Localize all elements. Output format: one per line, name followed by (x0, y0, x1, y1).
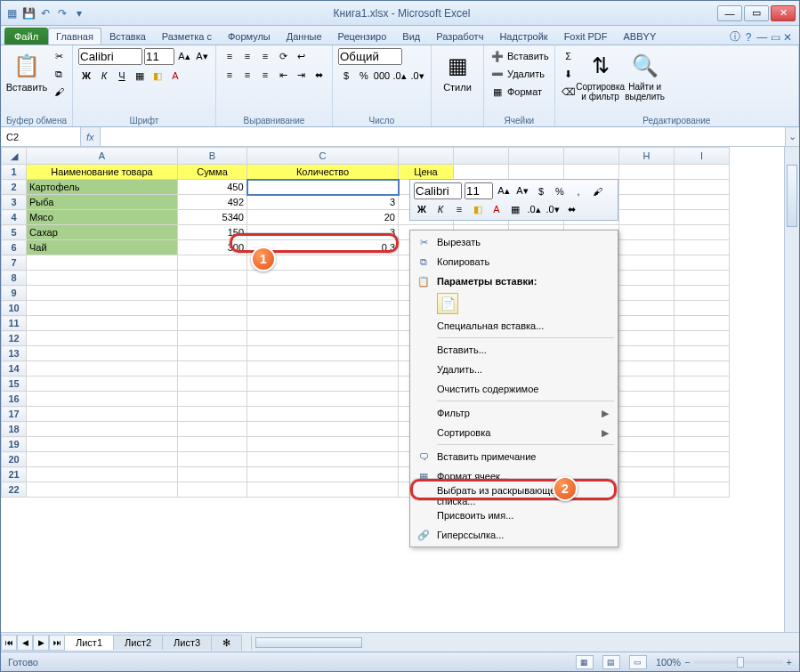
format-painter-icon[interactable]: 🖌 (51, 84, 67, 100)
cell-a4[interactable]: Мясо (27, 210, 178, 225)
increase-indent-icon[interactable]: ⇥ (293, 67, 309, 83)
name-box[interactable]: C2 (1, 127, 81, 146)
align-top-icon[interactable]: ≡ (222, 48, 238, 64)
ctx-paste-special[interactable]: Специальная вставка... (412, 316, 616, 336)
percent-icon[interactable]: % (356, 68, 372, 84)
zoom-level[interactable]: 100% (656, 657, 681, 668)
mini-fill-icon[interactable]: ◧ (470, 201, 486, 217)
zoom-slider[interactable] (694, 660, 783, 664)
view-page-icon[interactable]: ▤ (602, 655, 620, 669)
mini-inc-decimal-icon[interactable]: .0▴ (526, 201, 542, 217)
col-header-f[interactable] (509, 148, 564, 165)
view-break-icon[interactable]: ▭ (629, 655, 647, 669)
col-header-e[interactable] (454, 148, 509, 165)
formula-input[interactable] (100, 127, 785, 146)
font-size-select[interactable] (144, 48, 174, 65)
increase-font-icon[interactable]: A▴ (176, 49, 192, 65)
fill-icon[interactable]: ⬇ (561, 66, 577, 82)
ctx-format-cells[interactable]: ▦Формат ячеек... (412, 466, 616, 486)
cell-d1[interactable]: Цена (399, 165, 454, 180)
mini-percent-icon[interactable]: % (552, 183, 568, 199)
align-middle-icon[interactable]: ≡ (239, 48, 255, 64)
underline-icon[interactable]: Ч (114, 68, 130, 84)
copy-icon[interactable]: ⧉ (51, 66, 67, 82)
tab-file[interactable]: Файл (4, 28, 48, 45)
row-header-5[interactable]: 5 (2, 225, 27, 240)
row-header-2[interactable]: 2 (2, 180, 27, 195)
tab-addins[interactable]: Надстройк (491, 28, 555, 45)
tab-developer[interactable]: Разработч (428, 28, 491, 45)
ctx-clear[interactable]: Очистить содержимое (412, 379, 616, 399)
formula-expand-icon[interactable]: ⌄ (785, 127, 799, 146)
merge-icon[interactable]: ⬌ (311, 67, 327, 83)
cell-c5[interactable]: 3 (247, 225, 399, 240)
col-header-d[interactable] (399, 148, 454, 165)
comma-icon[interactable]: 000 (374, 68, 390, 84)
save-icon[interactable]: 💾 (21, 6, 36, 20)
cell-b1[interactable]: Сумма (178, 165, 247, 180)
tab-formulas[interactable]: Формулы (220, 28, 279, 45)
mini-format-painter-icon[interactable]: 🖌 (589, 183, 605, 199)
doc-window-buttons[interactable]: — ▭ ✕ (756, 31, 792, 44)
view-normal-icon[interactable]: ▦ (576, 655, 594, 669)
cell-b3[interactable]: 492 (178, 195, 247, 210)
cell-a5[interactable]: Сахар (27, 225, 178, 240)
tab-abbyy[interactable]: ABBYY (616, 28, 665, 45)
orientation-icon[interactable]: ⟳ (275, 48, 291, 64)
tab-view[interactable]: Вид (394, 28, 428, 45)
row-header-1[interactable]: 1 (2, 165, 27, 180)
sheet-nav-next-icon[interactable]: ▶ (33, 635, 49, 651)
cell-c3[interactable]: 3 (247, 195, 399, 210)
tab-data[interactable]: Данные (279, 28, 330, 45)
autosum-icon[interactable]: Σ (561, 48, 577, 64)
zoom-out-icon[interactable]: − (684, 657, 690, 668)
cell-a6[interactable]: Чай (27, 240, 178, 255)
cell-b6[interactable]: 300 (178, 240, 247, 255)
format-cells-label[interactable]: Формат (507, 86, 542, 97)
ctx-filter[interactable]: Фильтр▶ (412, 403, 616, 423)
ctx-define-name[interactable]: Присвоить имя... (412, 506, 616, 525)
vertical-scrollbar[interactable] (784, 147, 799, 632)
cell-b4[interactable]: 5340 (178, 210, 247, 225)
mini-align-icon[interactable]: ≡ (451, 201, 467, 217)
cell-c4[interactable]: 20 (247, 210, 399, 225)
ctx-insert[interactable]: Вставить... (412, 340, 616, 360)
find-select-button[interactable]: 🔍 Найти и выделить (625, 48, 666, 101)
mini-comma-icon[interactable]: , (570, 183, 586, 199)
zoom-in-icon[interactable]: + (787, 657, 792, 668)
cell-b2[interactable]: 450 (178, 180, 247, 195)
mini-bold-icon[interactable]: Ж (414, 201, 430, 217)
col-header-g[interactable] (564, 148, 619, 165)
horizontal-scrollbar[interactable] (251, 636, 799, 650)
tab-review[interactable]: Рецензиро (330, 28, 395, 45)
cut-icon[interactable]: ✂ (51, 48, 67, 64)
maximize-button[interactable]: ▭ (744, 5, 769, 21)
decrease-decimal-icon[interactable]: .0▾ (409, 68, 425, 84)
cell-c1[interactable]: Количество (247, 165, 399, 180)
sheet-nav-prev-icon[interactable]: ◀ (17, 635, 33, 651)
row-header-6[interactable]: 6 (2, 240, 27, 255)
tab-page-layout[interactable]: Разметка с (154, 28, 220, 45)
ctx-insert-comment[interactable]: 🗨Вставить примечание (412, 447, 616, 466)
decrease-indent-icon[interactable]: ⇤ (275, 67, 291, 83)
row-header-4[interactable]: 4 (2, 210, 27, 225)
sheet-nav-first-icon[interactable]: ⏮ (1, 635, 17, 651)
paste-option-default-icon[interactable]: 📄 (437, 293, 458, 314)
redo-icon[interactable]: ↷ (55, 6, 69, 20)
fill-color-icon[interactable]: ◧ (149, 68, 166, 84)
ctx-delete[interactable]: Удалить... (412, 360, 616, 379)
mini-font-color-icon[interactable]: A (489, 201, 505, 217)
select-all-corner[interactable]: ◢ (2, 148, 27, 165)
cell-a1[interactable]: Наименование товара (27, 165, 178, 180)
mini-currency-icon[interactable]: $ (533, 183, 549, 199)
row-header-3[interactable]: 3 (2, 195, 27, 210)
align-left-icon[interactable]: ≡ (222, 67, 238, 83)
mini-decrease-font-icon[interactable]: A▾ (514, 183, 530, 199)
mini-font-select[interactable] (414, 182, 462, 199)
align-bottom-icon[interactable]: ≡ (257, 48, 273, 64)
mini-border-icon[interactable]: ▦ (507, 201, 523, 217)
wrap-text-icon[interactable]: ↩ (293, 48, 309, 64)
col-header-i[interactable]: I (675, 148, 730, 165)
col-header-b[interactable]: B (178, 148, 247, 165)
cell-a3[interactable]: Рыба (27, 195, 178, 210)
